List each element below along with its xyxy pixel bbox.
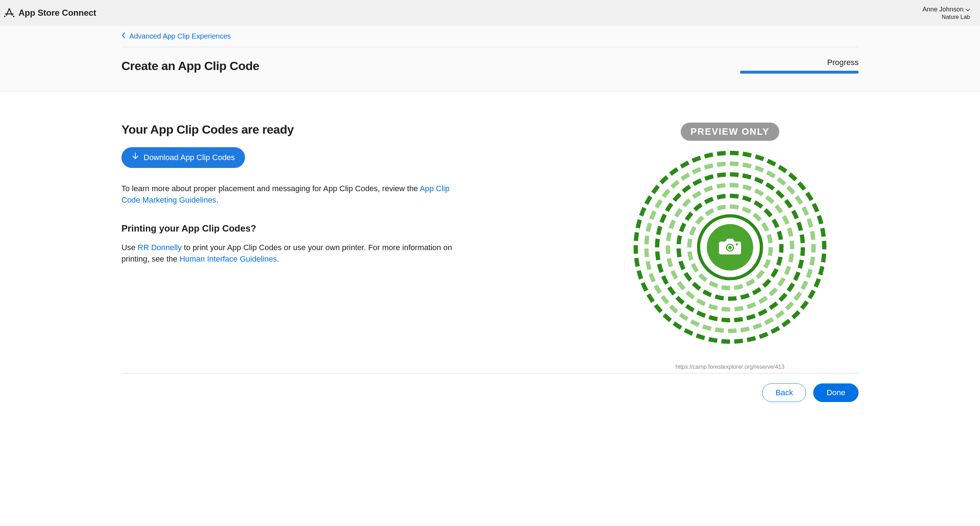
svg-point-4 — [736, 243, 738, 245]
breadcrumb-back-link[interactable]: Advanced App Clip Experiences — [121, 32, 231, 40]
right-column: PREVIEW ONLY — [630, 123, 859, 370]
top-bar: App Store Connect Anne Johnson Nature La… — [0, 0, 980, 26]
preview-url: https://camp.forestexplorer.org/reserve/… — [675, 364, 784, 370]
breadcrumb-label: Advanced App Clip Experiences — [129, 32, 231, 40]
download-button-label: Download App Clip Codes — [143, 153, 235, 162]
progress-label: Progress — [827, 58, 859, 67]
svg-point-0 — [4, 16, 6, 17]
printing-text: Use RR Donnelly to print your App Clip C… — [121, 242, 464, 265]
progress-bar — [740, 71, 859, 73]
chevron-down-icon — [966, 6, 970, 13]
app-title: App Store Connect — [19, 8, 96, 18]
team-name-label: Nature Lab — [942, 14, 970, 21]
user-name-label: Anne Johnson — [923, 6, 964, 13]
app-store-connect-icon — [3, 7, 15, 19]
breadcrumb: Advanced App Clip Experiences — [121, 26, 859, 47]
progress-section: Progress — [740, 58, 859, 73]
clip-center-circle — [707, 224, 753, 271]
ready-heading: Your App Clip Codes are ready — [121, 123, 601, 137]
rr-donnelly-link[interactable]: RR Donnelly — [137, 243, 182, 252]
left-column: Your App Clip Codes are ready Download A… — [121, 123, 601, 370]
download-icon — [131, 152, 139, 163]
hig-link[interactable]: Human Interface Guidelines — [180, 254, 277, 263]
user-menu[interactable]: Anne Johnson — [923, 6, 970, 13]
top-left: App Store Connect — [3, 7, 96, 19]
title-row: Create an App Clip Code Progress — [121, 47, 859, 91]
camera-icon — [718, 237, 743, 258]
svg-point-1 — [13, 16, 14, 17]
sub-header: Advanced App Clip Experiences Create an … — [0, 26, 980, 92]
main-content: Your App Clip Codes are ready Download A… — [121, 92, 859, 370]
back-button[interactable]: Back — [762, 383, 806, 402]
preview-only-badge: PREVIEW ONLY — [681, 123, 780, 141]
printing-heading: Printing your App Clip Codes? — [121, 223, 601, 234]
chevron-left-icon — [121, 32, 126, 40]
app-clip-code-preview — [630, 147, 830, 347]
download-button[interactable]: Download App Clip Codes — [121, 147, 245, 168]
footer-actions: Back Done — [121, 373, 859, 412]
done-button[interactable]: Done — [813, 383, 859, 402]
learn-more-text: To learn more about proper placement and… — [121, 183, 464, 206]
top-right: Anne Johnson Nature Lab — [923, 6, 970, 21]
page-title: Create an App Clip Code — [121, 59, 259, 73]
